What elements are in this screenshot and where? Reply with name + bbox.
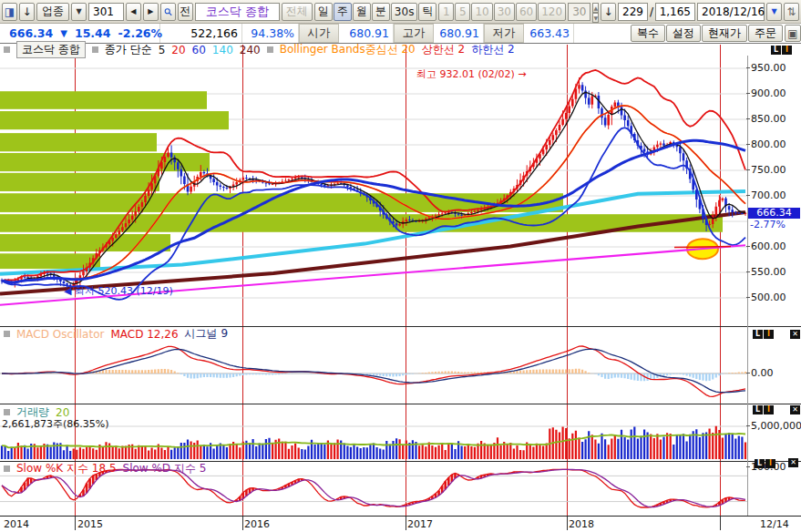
- x-axis-label: 2017: [407, 518, 433, 530]
- volume-value: 522,166: [190, 26, 238, 40]
- axis-tick-label: 500.00: [751, 292, 786, 303]
- period-button-일[interactable]: 일: [314, 3, 333, 21]
- panel-toggle-icon[interactable]: ◨: [2, 3, 17, 21]
- date-dropdown-arrow-icon[interactable]: ▼: [766, 3, 782, 21]
- ma-period-list: 52060140240: [159, 44, 261, 56]
- link-badge[interactable]: L: [771, 46, 781, 55]
- chart-tool-icon[interactable]: ⇅: [784, 3, 799, 21]
- jeon-button[interactable]: 전: [178, 3, 193, 21]
- legend-bullet-icon: [92, 46, 98, 53]
- axis-tick-label: 600.00: [751, 240, 786, 252]
- ma-period-label: 60: [192, 44, 206, 56]
- right-arrow-icon: →: [518, 68, 526, 80]
- axis-tick-label: 750.00: [751, 164, 786, 176]
- x-axis-label: 2015: [77, 518, 103, 530]
- stochastic-legend: Slow %K 지수 18,5 Slow %D 지수 5: [4, 463, 206, 475]
- x-axis-label: 12/14: [760, 518, 789, 530]
- year-tick: [720, 517, 721, 530]
- current-percent-label: -2.77%: [750, 219, 786, 230]
- bollinger-upper-label: 상한선 2: [422, 42, 465, 57]
- quote-button-설정[interactable]: 설정: [666, 25, 701, 42]
- x-axis-label: 2018: [569, 518, 594, 530]
- close-icon[interactable]: ✕: [788, 458, 798, 467]
- arrow-down-icon[interactable]: ↓: [19, 3, 35, 21]
- bollinger-label: Bollinger Bands중심선 20: [280, 42, 416, 57]
- minute-button-5[interactable]: 5: [455, 3, 470, 21]
- spinner-down-icon[interactable]: ▼: [592, 13, 599, 23]
- low-label: 저가: [484, 24, 524, 43]
- volume-chart[interactable]: [0, 404, 747, 461]
- slash-label: /: [650, 5, 653, 18]
- minute-custom-input[interactable]: 30: [568, 3, 590, 21]
- axis-tick-label: 0.00: [751, 367, 774, 379]
- minute-button-30[interactable]: 30: [494, 3, 515, 21]
- ma-period-label: 140: [212, 44, 233, 56]
- period-button-분[interactable]: 분: [372, 3, 390, 21]
- link-badge[interactable]: L: [753, 330, 763, 339]
- indicator-badge[interactable]: I: [782, 46, 792, 55]
- next-button[interactable]: ▶: [143, 3, 159, 21]
- link-badge[interactable]: L: [753, 405, 763, 414]
- ma-period-label: 240: [240, 44, 261, 56]
- period-button-월[interactable]: 월: [353, 3, 371, 21]
- axis-tick-label: 950.00: [751, 62, 786, 74]
- quote-button-복수[interactable]: 복수: [631, 25, 665, 42]
- code-input[interactable]: 301: [88, 3, 124, 21]
- date-select[interactable]: 2018/12/16: [697, 3, 765, 21]
- macd-legend: MACD Oscillator MACD 12,26 시그널 9: [4, 328, 228, 340]
- close-icon[interactable]: ✕: [790, 405, 800, 414]
- close-icon[interactable]: ✕: [790, 330, 800, 339]
- all-button[interactable]: 전체: [282, 3, 313, 21]
- indicator-badge[interactable]: I: [765, 459, 775, 468]
- axis-tick-label: 700.00: [751, 189, 786, 201]
- category-dropdown-arrow-icon[interactable]: ▼: [71, 3, 87, 21]
- main-chart-legend: 코스닥 종합 종가 단순 52060140240 Bollinger Bands…: [4, 44, 515, 56]
- x-axis-label: 2014: [4, 518, 29, 530]
- direction-icon: ▼: [60, 28, 67, 38]
- total-bars-input[interactable]: 1,165: [655, 3, 695, 21]
- indicator-badge[interactable]: I: [764, 330, 774, 339]
- high-label: 고가: [394, 24, 434, 43]
- minute-button-120[interactable]: 120: [538, 3, 566, 21]
- period-button-주[interactable]: 주: [334, 3, 352, 21]
- category-combobox[interactable]: 업종: [36, 3, 69, 21]
- axis-tick-label: 850.00: [751, 113, 786, 125]
- legend-symbol[interactable]: 코스닥 종합: [16, 41, 86, 58]
- minute-spinner[interactable]: ▲▼: [592, 3, 599, 21]
- spinner-up-icon[interactable]: ▲: [592, 3, 599, 13]
- high-value: 680.91: [439, 26, 479, 40]
- quote-button-주문[interactable]: 주문: [748, 25, 783, 42]
- quote-button-현재가[interactable]: 현재가: [702, 25, 747, 42]
- year-tick: [75, 517, 76, 530]
- minute-button-10[interactable]: 10: [471, 3, 492, 21]
- change-percent: -2.26%: [118, 26, 163, 40]
- period-button-틱[interactable]: 틱: [418, 3, 436, 21]
- search-button[interactable]: [160, 3, 176, 21]
- axis-separator: [747, 56, 748, 516]
- arrow-down2-icon[interactable]: ↓: [601, 3, 616, 21]
- panel-separator: [0, 461, 801, 462]
- period-button-30s[interactable]: 30s: [391, 3, 418, 21]
- legend-bullet-icon: [4, 466, 10, 472]
- axis-tick-label: 5,000,000: [751, 420, 801, 432]
- current-volume-label: 2,661,873주(86.35%): [2, 417, 109, 431]
- volume-percent: 94.38%: [251, 26, 294, 40]
- axis-tick-label: 800.00: [751, 138, 786, 150]
- panel-separator: [0, 404, 801, 404]
- prev-button[interactable]: ◀: [126, 3, 141, 21]
- indicator-badge[interactable]: I: [764, 405, 774, 414]
- macd-title: MACD Oscillator: [16, 328, 104, 341]
- visible-bars-input[interactable]: 229: [618, 3, 648, 21]
- minute-button-1[interactable]: 1: [438, 3, 454, 21]
- year-tick: [567, 517, 568, 530]
- time-axis[interactable]: 2014201520162017201812/14: [0, 516, 801, 530]
- minute-button-60[interactable]: 60: [516, 3, 537, 21]
- link-badge[interactable]: L: [755, 459, 765, 468]
- bollinger-lower-label: 하한선 2: [471, 42, 514, 57]
- lowest-annotation: ◀ 최저 520.43 (12/19): [64, 284, 173, 298]
- quote-buttons: 복수설정현재가주문: [630, 25, 784, 42]
- price-type-label: 종가 단순: [105, 42, 152, 57]
- macd-signal-label: 시그널 9: [185, 326, 228, 342]
- ma-period-label: 20: [171, 44, 185, 56]
- save-button[interactable]: ▣: [785, 25, 801, 42]
